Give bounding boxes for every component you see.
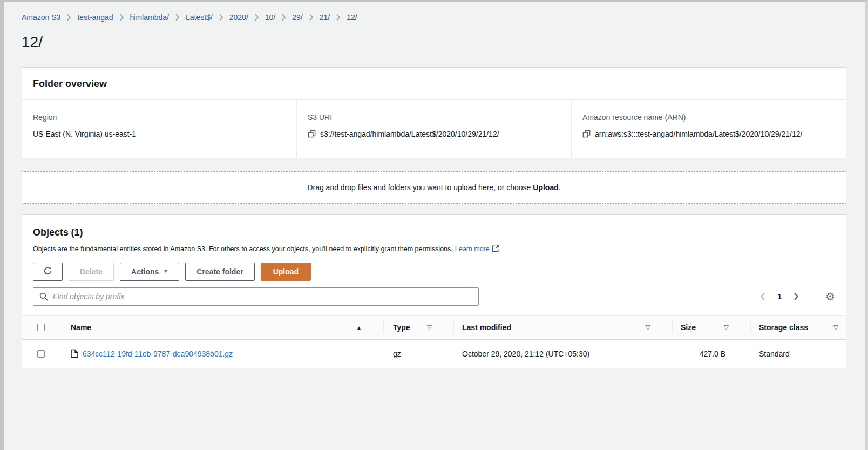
upload-dropzone[interactable]: Drag and drop files and folders you want… bbox=[22, 171, 846, 204]
objects-table: Name ▲ Type ▽ Last modified ▽ Size ▽ Sto… bbox=[22, 315, 846, 368]
arn-label: Amazon resource name (ARN) bbox=[582, 113, 835, 122]
refresh-icon bbox=[43, 266, 53, 278]
learn-more-link[interactable]: Learn more bbox=[455, 245, 490, 253]
breadcrumb-separator-icon bbox=[309, 14, 314, 21]
breadcrumb-separator-icon bbox=[254, 14, 259, 21]
objects-header: Objects (1) bbox=[33, 227, 835, 238]
breadcrumb-separator-icon bbox=[119, 14, 124, 21]
breadcrumb-separator-icon bbox=[175, 14, 180, 21]
search-box bbox=[33, 287, 479, 306]
sort-icon[interactable]: ▽ bbox=[427, 324, 432, 331]
objects-title: Objects bbox=[33, 227, 69, 238]
arn-value-row: arn:aws:s3:::test-angad/himlambda/Latest… bbox=[582, 127, 835, 142]
breadcrumb-separator-icon bbox=[219, 14, 223, 21]
sort-icon[interactable]: ▽ bbox=[833, 324, 838, 331]
dropzone-text: Drag and drop files and folders you want… bbox=[307, 183, 560, 192]
breadcrumb-link-10[interactable]: 10/ bbox=[265, 13, 275, 22]
breadcrumb-link-amazon-s3[interactable]: Amazon S3 bbox=[22, 13, 60, 22]
sort-icon[interactable]: ▽ bbox=[646, 324, 650, 331]
sort-ascending-icon[interactable]: ▲ bbox=[356, 325, 362, 331]
pagination: 1 ⚙ bbox=[758, 288, 835, 305]
chevron-down-icon: ▼ bbox=[163, 269, 168, 274]
breadcrumb-link-bucket[interactable]: test-angad bbox=[77, 13, 113, 22]
upload-button[interactable]: Upload bbox=[261, 263, 311, 281]
name-column-header[interactable]: Name ▲ bbox=[60, 316, 383, 339]
table-header-row: Name ▲ Type ▽ Last modified ▽ Size ▽ Sto… bbox=[22, 316, 846, 340]
arn-value: arn:aws:s3:::test-angad/himlambda/Latest… bbox=[595, 130, 802, 138]
region-value: US East (N. Virginia) us-east-1 bbox=[33, 127, 286, 142]
folder-overview-card: Folder overview Region US East (N. Virgi… bbox=[22, 67, 846, 158]
s3-uri-value-row: s3://test-angad/himlambda/Latest$/2020/1… bbox=[308, 127, 560, 142]
storage-class-column-header[interactable]: Storage class ▽ bbox=[750, 316, 846, 339]
breadcrumb-link-latest[interactable]: Latest$/ bbox=[186, 13, 213, 22]
breadcrumb-separator-icon bbox=[336, 14, 341, 21]
region-field: Region US East (N. Virginia) us-east-1 bbox=[22, 100, 296, 158]
select-all-cell bbox=[22, 316, 60, 339]
folder-overview-title: Folder overview bbox=[33, 78, 107, 89]
type-column-header[interactable]: Type ▽ bbox=[383, 316, 453, 339]
s3-uri-value: s3://test-angad/himlambda/Latest$/2020/1… bbox=[320, 130, 499, 138]
breadcrumb-link-himlambda[interactable]: himlambda/ bbox=[130, 13, 169, 22]
next-page-icon[interactable] bbox=[791, 290, 801, 303]
s3-uri-label: S3 URI bbox=[308, 113, 560, 122]
page-number[interactable]: 1 bbox=[776, 292, 783, 301]
object-size-cell: 427.0 B bbox=[672, 340, 750, 368]
object-type-cell: gz bbox=[383, 340, 453, 368]
last-modified-column-header[interactable]: Last modified ▽ bbox=[453, 316, 672, 339]
pagination-divider bbox=[813, 288, 813, 305]
arn-field: Amazon resource name (ARN) arn:aws:s3:::… bbox=[571, 100, 846, 158]
breadcrumb-link-29[interactable]: 29/ bbox=[292, 13, 302, 22]
folder-overview-header: Folder overview bbox=[22, 68, 846, 100]
copy-icon[interactable] bbox=[582, 130, 591, 138]
size-column-header[interactable]: Size ▽ bbox=[672, 316, 750, 339]
row-select-cell bbox=[22, 340, 60, 368]
search-icon bbox=[39, 292, 48, 303]
breadcrumb: Amazon S3 test-angad himlambda/ Latest$/… bbox=[22, 13, 846, 22]
breadcrumb-link-21[interactable]: 21/ bbox=[320, 13, 330, 22]
sort-icon[interactable]: ▽ bbox=[724, 324, 729, 331]
table-row: 634cc112-19fd-11eb-9787-dca904938b01.gz … bbox=[22, 340, 846, 368]
object-last-modified-cell: October 29, 2020, 21:12 (UTC+05:30) bbox=[453, 340, 672, 368]
object-storage-class-cell: Standard bbox=[750, 340, 846, 368]
objects-toolbar: Delete Actions ▼ Create folder Upload bbox=[33, 263, 835, 281]
delete-button[interactable]: Delete bbox=[69, 263, 114, 281]
find-objects-input[interactable] bbox=[33, 287, 479, 306]
select-all-checkbox[interactable] bbox=[37, 324, 45, 331]
object-name-cell: 634cc112-19fd-11eb-9787-dca904938b01.gz bbox=[60, 340, 383, 368]
region-label: Region bbox=[33, 113, 286, 122]
file-icon bbox=[71, 349, 78, 358]
refresh-button[interactable] bbox=[33, 263, 63, 281]
folder-overview-body: Region US East (N. Virginia) us-east-1 S… bbox=[22, 100, 846, 158]
create-folder-button[interactable]: Create folder bbox=[185, 263, 254, 281]
page-title: 12/ bbox=[22, 33, 846, 51]
breadcrumb-separator-icon bbox=[66, 14, 71, 21]
external-link-icon[interactable] bbox=[492, 245, 499, 252]
search-row: 1 ⚙ bbox=[33, 287, 835, 306]
breadcrumb-link-2020[interactable]: 2020/ bbox=[229, 13, 248, 22]
objects-card: Objects (1) Objects are the fundamental … bbox=[22, 214, 846, 368]
breadcrumb-current: 12/ bbox=[347, 13, 357, 22]
object-name-link[interactable]: 634cc112-19fd-11eb-9787-dca904938b01.gz bbox=[83, 350, 233, 358]
previous-page-icon[interactable] bbox=[758, 290, 768, 303]
gear-icon[interactable]: ⚙ bbox=[825, 291, 835, 302]
copy-icon[interactable] bbox=[308, 130, 316, 138]
s3-uri-field: S3 URI s3://test-angad/himlambda/Latest$… bbox=[296, 100, 571, 158]
row-checkbox[interactable] bbox=[37, 350, 45, 358]
objects-description: Objects are the fundamental entities sto… bbox=[33, 245, 835, 253]
breadcrumb-separator-icon bbox=[281, 14, 286, 21]
objects-count: (1) bbox=[71, 227, 83, 238]
actions-button[interactable]: Actions ▼ bbox=[120, 263, 179, 281]
s3-console-page: Amazon S3 test-angad himlambda/ Latest$/… bbox=[4, 2, 865, 368]
